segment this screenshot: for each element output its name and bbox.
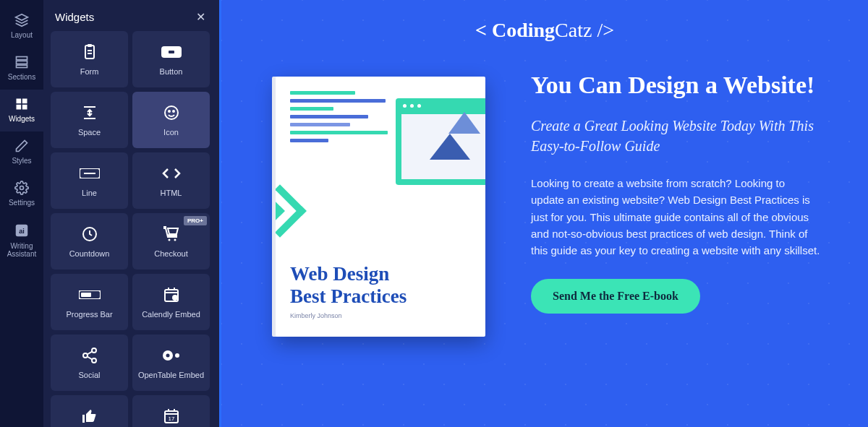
widget-label: Checkout — [154, 249, 187, 258]
space-icon — [81, 103, 98, 122]
book-author: Kimberly Johnson — [290, 312, 471, 319]
svg-point-20 — [173, 111, 174, 112]
svg-line-37 — [87, 357, 92, 360]
widget-label: HTML — [161, 189, 182, 197]
date-icon: 17 — [163, 407, 180, 426]
html-icon — [162, 164, 181, 183]
svg-text:17: 17 — [168, 415, 174, 422]
rail-styles[interactable]: Styles — [0, 131, 43, 173]
code-lines-graphic — [290, 91, 399, 147]
widget-social[interactable]: Social — [51, 335, 128, 391]
rail-widgets[interactable]: Widgets — [0, 90, 43, 131]
opentable-icon — [162, 346, 181, 365]
widget-label: Icon — [163, 128, 179, 137]
svg-line-36 — [87, 352, 92, 355]
rail-label: Writing Assistant — [7, 242, 37, 258]
gear-icon — [14, 181, 29, 195]
rail-label: Widgets — [9, 115, 35, 123]
rail-layout[interactable]: Layout — [0, 6, 43, 48]
widget-form[interactable]: Form — [51, 31, 128, 87]
cta-button[interactable]: Send Me the Free E-book — [531, 279, 700, 314]
widgets-panel: Widgets ✕ FormButtonSpaceIconLineHTMLCou… — [43, 0, 217, 427]
widget-date[interactable]: 17Date — [132, 395, 210, 427]
layers-icon — [14, 13, 29, 27]
widget-line[interactable]: Line — [51, 152, 128, 209]
svg-point-24 — [168, 239, 170, 241]
svg-point-25 — [174, 239, 176, 241]
widget-countdown[interactable]: Countdown — [51, 213, 128, 269]
book-cover: Web Design Best Practices Kimberly Johns… — [276, 77, 485, 337]
rail-writing-assistant[interactable]: ai Writing Assistant — [0, 215, 43, 267]
pro-badge: PRO+ — [184, 216, 207, 225]
pencil-icon — [14, 139, 29, 153]
svg-rect-0 — [17, 57, 27, 60]
widget-label: Space — [78, 128, 101, 137]
widget-label: OpenTable Embed — [138, 371, 204, 379]
widget-opentable[interactable]: OpenTable Embed — [132, 335, 210, 391]
svg-point-7 — [20, 186, 24, 190]
rail-label: Layout — [11, 31, 33, 39]
svg-point-39 — [166, 354, 169, 358]
widget-progress[interactable]: Progress Bar — [51, 274, 128, 330]
progress-icon — [79, 285, 101, 304]
panel-title: Widgets — [55, 11, 94, 23]
widget-label: Line — [82, 189, 97, 197]
svg-rect-4 — [22, 99, 27, 104]
widget-calendly[interactable]: Calendly Embed — [132, 274, 210, 330]
hero-copy: You Can Design a Website! Create a Great… — [531, 69, 820, 314]
svg-rect-5 — [17, 105, 22, 110]
svg-rect-27 — [81, 293, 91, 297]
button-icon — [161, 43, 182, 61]
svg-rect-10 — [85, 46, 94, 59]
form-icon — [81, 43, 98, 61]
widget-sociallike[interactable]: Social Like — [51, 395, 128, 427]
svg-rect-11 — [88, 44, 92, 47]
svg-point-40 — [175, 353, 179, 358]
brand-bold: Coding — [492, 19, 555, 41]
ai-icon: ai — [14, 223, 30, 238]
widget-label: Progress Bar — [66, 310, 112, 319]
widget-label: Countdown — [69, 249, 110, 258]
widget-label: Calendly Embed — [142, 310, 200, 319]
checkout-icon — [163, 225, 180, 243]
svg-rect-1 — [17, 61, 27, 64]
svg-rect-15 — [169, 51, 174, 53]
book-title-line1: Web Design — [290, 263, 471, 285]
svg-rect-2 — [17, 65, 27, 67]
rail-sections[interactable]: Sections — [0, 48, 43, 90]
widget-grid: FormButtonSpaceIconLineHTMLCountdownPRO+… — [43, 31, 217, 427]
countdown-icon — [81, 225, 98, 243]
widgets-icon — [14, 97, 29, 111]
sociallike-icon — [81, 407, 98, 426]
svg-rect-3 — [17, 99, 22, 104]
widget-label: Form — [80, 67, 99, 76]
widget-label: Social — [79, 371, 101, 379]
social-icon — [81, 346, 98, 365]
brand-prefix: < — [475, 19, 492, 41]
canvas-preview[interactable]: < CodingCatz /> — [221, 0, 868, 427]
svg-point-18 — [165, 106, 178, 119]
body-text: Looking to create a website from scratch… — [531, 175, 820, 259]
widget-label: Button — [160, 67, 183, 76]
widget-icon[interactable]: Icon — [132, 92, 210, 148]
calendly-icon — [163, 285, 180, 304]
close-icon[interactable]: ✕ — [196, 10, 205, 24]
widget-checkout[interactable]: PRO+Checkout — [132, 213, 210, 269]
widget-button[interactable]: Button — [132, 31, 210, 87]
book-image: Web Design Best Practices Kimberly Johns… — [265, 69, 496, 337]
app-root: Layout Sections Widgets Styles Settings … — [0, 0, 868, 427]
brand-logo: < CodingCatz /> — [221, 0, 868, 48]
book-title-line2: Best Practices — [290, 285, 471, 308]
widget-html[interactable]: HTML — [132, 152, 210, 209]
rail-settings[interactable]: Settings — [0, 173, 43, 215]
widget-space[interactable]: Space — [51, 92, 128, 148]
rail-label: Sections — [8, 73, 35, 81]
svg-point-32 — [173, 296, 177, 300]
image-placeholder-icon — [401, 114, 485, 179]
book-title: Web Design Best Practices — [290, 263, 471, 308]
svg-point-35 — [92, 358, 96, 363]
nav-rail: Layout Sections Widgets Styles Settings … — [0, 0, 43, 427]
subheadline: Create a Great Looking Website Today Wit… — [531, 116, 820, 156]
svg-text:ai: ai — [19, 228, 25, 235]
rail-label: Styles — [12, 157, 31, 165]
